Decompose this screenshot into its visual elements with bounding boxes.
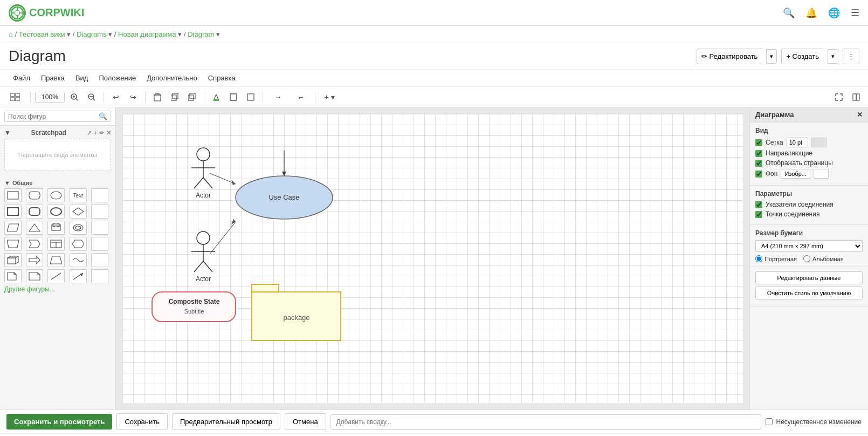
edit-dropdown-button[interactable]: ▾ xyxy=(766,49,777,64)
shape-table[interactable] xyxy=(47,237,65,251)
connection-button[interactable]: → xyxy=(267,90,289,104)
globe-icon[interactable]: 🌐 xyxy=(828,7,840,19)
grid-checkbox[interactable] xyxy=(755,139,762,146)
shape-button[interactable] xyxy=(243,90,258,104)
bg-image-button[interactable]: Изобр... xyxy=(781,169,810,179)
search-input[interactable] xyxy=(8,113,99,120)
view-toggle-button[interactable] xyxy=(4,90,26,104)
guides-checkbox[interactable] xyxy=(755,150,762,157)
landscape-label[interactable]: Альбомная xyxy=(803,255,844,262)
search-nav-icon[interactable]: 🔍 xyxy=(783,7,795,19)
shape-cube[interactable] xyxy=(4,253,22,267)
conn-points-checkbox[interactable] xyxy=(755,211,762,218)
menu-extra[interactable]: Дополнительно xyxy=(142,72,202,84)
shape-thick-ellipse[interactable] xyxy=(47,205,65,219)
create-button[interactable]: + Создать xyxy=(781,49,823,64)
edit-button[interactable]: ✏ Редактировать xyxy=(697,49,762,64)
save-button[interactable]: Сохранить xyxy=(116,413,168,430)
save-view-button[interactable]: Сохранить и просмотреть xyxy=(6,414,112,430)
shape-chevron[interactable] xyxy=(26,237,43,251)
minor-change-checkbox[interactable] xyxy=(766,418,773,425)
portrait-label[interactable]: Портретная xyxy=(755,255,797,262)
hamburger-icon[interactable]: ☰ xyxy=(851,7,859,19)
svg-marker-37 xyxy=(29,224,40,231)
menu-position[interactable]: Положение xyxy=(94,72,140,84)
scratchpad-icon-add[interactable]: + xyxy=(94,130,97,137)
portrait-radio[interactable] xyxy=(755,255,762,262)
shape-arrow[interactable] xyxy=(26,253,43,267)
paper-select[interactable]: A4 (210 mm x 297 mm) xyxy=(755,240,863,252)
zoom-value[interactable]: 100% xyxy=(35,92,65,103)
add-button[interactable]: + ▾ xyxy=(320,90,339,104)
shape-note[interactable] xyxy=(26,269,43,283)
menu-view[interactable]: Вид xyxy=(71,72,93,84)
scratchpad-icon-close[interactable]: ✕ xyxy=(106,130,111,137)
menu-file[interactable]: Файл xyxy=(9,72,35,84)
bg-label: Фон xyxy=(766,170,777,178)
shape-rounded[interactable] xyxy=(26,188,43,202)
right-panel-close-icon[interactable]: ✕ xyxy=(857,111,863,119)
undo-button[interactable]: ↩ xyxy=(108,90,123,104)
fill-button[interactable] xyxy=(209,90,224,104)
shape-thick-rounded[interactable] xyxy=(26,205,43,219)
other-shapes-link[interactable]: Другие фигуры... xyxy=(4,285,111,293)
pages-checkbox[interactable] xyxy=(755,160,762,167)
edit-data-button[interactable]: Редактировать данные xyxy=(755,271,863,284)
canvas-inner[interactable]: Actor Actor Use Case xyxy=(122,114,743,403)
shape-cylinder[interactable] xyxy=(47,221,65,235)
reset-style-button[interactable]: Очистить стиль по умолчанию xyxy=(755,287,863,299)
canvas-area[interactable]: Actor Actor Use Case xyxy=(116,107,749,410)
shape-diamond[interactable] xyxy=(70,205,87,219)
svg-text:package: package xyxy=(283,314,309,322)
panel-toggle-button[interactable] xyxy=(849,90,864,104)
preview-button[interactable]: Предварительный просмотр xyxy=(172,413,280,430)
shape-trapezoid[interactable] xyxy=(47,253,65,267)
zoom-out-button[interactable] xyxy=(84,90,99,104)
conn-pointers-checkbox[interactable] xyxy=(755,201,762,208)
create-dropdown-button[interactable]: ▾ xyxy=(828,49,838,64)
shape-para[interactable] xyxy=(4,221,22,235)
zoom-in-button[interactable] xyxy=(67,90,82,104)
shape-thick-rect[interactable] xyxy=(4,205,22,219)
breadcrumb-new-diagram[interactable]: Новая диаграмма xyxy=(118,30,176,38)
landscape-radio[interactable] xyxy=(803,255,810,262)
copy-button[interactable] xyxy=(167,90,182,104)
scratchpad-icon-arrow[interactable]: ↗ xyxy=(87,130,92,137)
paste-button[interactable] xyxy=(184,90,199,104)
shape-arrow2[interactable] xyxy=(70,269,87,283)
waypoint-button[interactable]: ⌐ xyxy=(291,90,311,104)
shape-rect[interactable] xyxy=(4,188,22,202)
more-button[interactable]: ⋮ xyxy=(843,49,859,64)
grid-color-box[interactable] xyxy=(811,138,826,147)
shape-line[interactable] xyxy=(47,269,65,283)
shape-ellipse[interactable] xyxy=(47,188,65,202)
canvas-svg[interactable]: Actor Actor Use Case xyxy=(122,114,743,403)
shape-ring[interactable] xyxy=(70,221,87,235)
menu-edit[interactable]: Правка xyxy=(37,72,69,84)
breadcrumb-diagram[interactable]: Diagram xyxy=(188,30,214,38)
shape-para2[interactable] xyxy=(4,237,22,251)
summary-input[interactable] xyxy=(330,414,762,430)
breadcrumb-home[interactable]: ⌂ xyxy=(9,30,13,38)
shape-wave[interactable] xyxy=(70,253,87,267)
bell-icon[interactable]: 🔔 xyxy=(805,7,817,19)
outline-button[interactable] xyxy=(226,90,241,104)
grid-value-input[interactable] xyxy=(787,138,808,147)
shape-hexagon[interactable] xyxy=(70,237,87,251)
shape-doc[interactable] xyxy=(4,269,22,283)
bg-checkbox[interactable] xyxy=(755,171,762,178)
fullscreen-button[interactable] xyxy=(831,90,846,104)
cancel-button[interactable]: Отмена xyxy=(285,413,326,430)
menu-help[interactable]: Справка xyxy=(204,72,240,84)
delete-button[interactable] xyxy=(150,90,165,104)
svg-rect-7 xyxy=(16,93,20,97)
redo-button[interactable]: ↪ xyxy=(126,90,141,104)
search-input-wrap[interactable]: 🔍 xyxy=(4,111,111,122)
breadcrumb-diagrams[interactable]: Diagrams xyxy=(77,30,107,38)
logo[interactable]: CORPWIKI xyxy=(9,4,84,22)
shape-triangle[interactable] xyxy=(26,221,43,235)
bg-color-box[interactable] xyxy=(814,169,829,179)
scratchpad-icon-edit[interactable]: ✏ xyxy=(99,130,104,137)
breadcrumb-wiki[interactable]: Тестовая вики xyxy=(19,30,65,38)
shape-text[interactable]: Text xyxy=(70,188,87,202)
